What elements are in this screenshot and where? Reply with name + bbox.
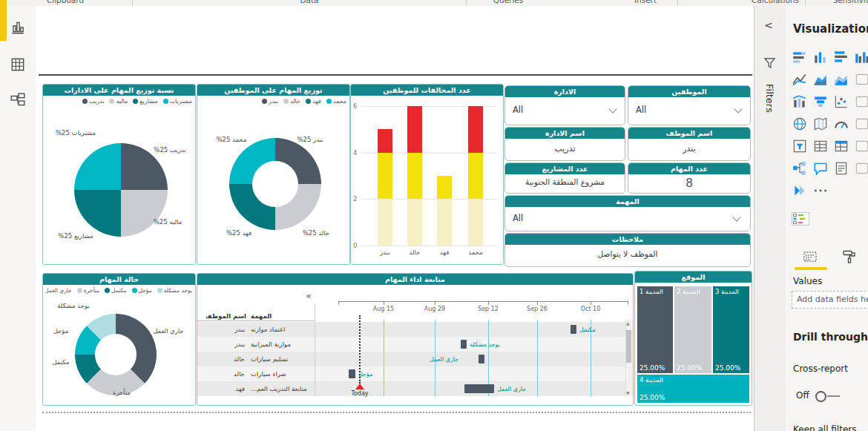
smart-narrative-icon[interactable] [833, 160, 849, 177]
treemap-location[interactable]: الموقع المدينة 125.00%المدينة 225.00%الم… [634, 271, 752, 406]
more-visuals-icon[interactable] [812, 182, 829, 199]
cross-report-toggle-track[interactable] [827, 395, 840, 397]
slicer-task[interactable]: المهمة All [504, 195, 751, 231]
filled-map-icon[interactable] [812, 116, 829, 132]
report-view-icon[interactable] [10, 19, 26, 36]
scroll-up-icon[interactable]: ▲ [626, 320, 630, 326]
fields-tab-icon[interactable] [802, 249, 820, 264]
card-value: الموظف لا يتواصل [505, 249, 750, 258]
selected-visual-gantt-icon[interactable] [792, 212, 809, 226]
chevron-down-icon[interactable] [608, 105, 617, 113]
gantt-task-bar[interactable] [479, 355, 484, 363]
bar-segment[interactable] [468, 106, 483, 153]
model-view-icon[interactable] [10, 92, 26, 108]
bar-segment[interactable] [468, 153, 483, 200]
area-chart-icon[interactable] [812, 71, 829, 88]
treemap-tile-label: المدينة 1 [640, 288, 671, 295]
gantt-status-label: يوجد مشكلة [470, 341, 500, 348]
legend-label: فهد [312, 98, 321, 105]
bar-segment[interactable] [378, 199, 392, 246]
slicer-icon[interactable] [792, 138, 808, 154]
collapse-icon[interactable]: « [306, 290, 312, 301]
add-data-fields-dropzone[interactable]: Add data fields here [792, 291, 868, 309]
slicer-employees[interactable]: الموظفين All [628, 85, 751, 125]
gantt-task-bar[interactable] [461, 340, 467, 349]
gantt-axis-tick-label: Aug 29 [418, 306, 451, 312]
bar-segment[interactable] [437, 199, 452, 246]
slicer-selected-value[interactable]: All [513, 105, 523, 115]
line-chart-icon[interactable] [792, 71, 808, 88]
gantt-task-bar[interactable] [349, 369, 355, 378]
bar-segment[interactable] [378, 153, 392, 200]
cross-report-toggle[interactable] [815, 391, 826, 402]
power-automate-icon[interactable] [792, 182, 808, 199]
treemap-tile[interactable]: المدينة 425.00% [637, 375, 749, 403]
legend-dot [132, 288, 137, 293]
card-icon[interactable] [854, 116, 868, 132]
kpi-icon[interactable] [854, 138, 868, 154]
bar-segment[interactable] [378, 129, 392, 152]
pie-chart-icon[interactable] [854, 93, 868, 110]
card-value: تدريب [505, 144, 625, 154]
gantt-task-bar[interactable] [464, 384, 494, 393]
stacked-column-chart-icon[interactable] [812, 49, 829, 65]
gauge-icon[interactable] [833, 116, 849, 132]
gantt-chart-tasks[interactable]: متابعة اداء المهام « اسم الموظفينالمهمةب… [197, 273, 634, 406]
ribbon-group-data: Data [300, 0, 318, 4]
chevron-down-icon[interactable] [732, 213, 740, 221]
clustered-bar-chart-icon[interactable] [833, 49, 849, 65]
combo-chart-icon[interactable] [792, 93, 808, 110]
chevron-down-icon[interactable] [734, 105, 742, 113]
decomposition-tree-icon[interactable] [792, 160, 808, 177]
card-tasks-count[interactable]: عدد المهام 8 [628, 162, 751, 194]
map-icon[interactable] [792, 116, 808, 132]
slicer-department[interactable]: الادارة All [504, 85, 625, 125]
treemap-tile[interactable]: المدينة 125.00% [637, 286, 673, 373]
stacked-bar-chart-icon[interactable] [792, 49, 808, 65]
gantt-column-header: المهمة [251, 312, 310, 320]
treemap-tile[interactable]: المدينة 325.00% [713, 286, 749, 373]
donut-data-label: متأخرة [102, 389, 141, 396]
pie-data-label: مشاريع 25% [47, 232, 104, 240]
gantt-axis-tick [537, 301, 538, 305]
expand-pane-chevron-icon[interactable]: < [764, 19, 773, 31]
bar-segment[interactable] [407, 106, 422, 153]
filters-pane-label[interactable]: Filters [764, 84, 775, 113]
clustered-column-chart-icon[interactable] [854, 49, 868, 65]
y-axis-tick-label: 4 [353, 149, 357, 157]
card-title: عدد المشاريع [505, 163, 625, 174]
pie-chart-departments[interactable]: نسبة توزيع المهام على الادارات مشترياتمش… [42, 84, 196, 265]
funnel-chart-icon[interactable] [812, 93, 829, 110]
bar-segment[interactable] [437, 176, 452, 199]
gantt-today-marker-icon [355, 384, 364, 389]
slicer-selected-value[interactable]: All [636, 105, 646, 115]
bar-segment[interactable] [468, 199, 483, 246]
gantt-task-bar[interactable] [571, 325, 576, 334]
donut-chart-employees[interactable]: توزيع المهام على الموظفين محمدفهدخالدبند… [197, 84, 350, 265]
donut-chart-task-status[interactable]: حالة المهام يوجد مشكلةمؤجلمكتملمتأخرةجار… [42, 273, 196, 406]
data-view-icon[interactable] [10, 56, 26, 73]
canvas-divider-line [39, 74, 752, 76]
matrix-icon[interactable] [833, 138, 849, 154]
format-tab-icon[interactable] [842, 249, 860, 264]
card-employee-name[interactable]: اسم الموظف بندر [628, 127, 751, 161]
legend-dot [77, 288, 82, 293]
qa-icon[interactable] [812, 160, 829, 177]
bar-segment[interactable] [407, 153, 422, 200]
slicer-selected-value[interactable]: All [513, 213, 523, 223]
bar-segment[interactable] [407, 199, 422, 246]
stacked-area-chart-icon[interactable] [833, 71, 849, 88]
card-notes[interactable]: ملاحظات الموظف لا يتواصل [504, 233, 751, 267]
ribbon-chart-icon[interactable] [854, 71, 868, 88]
bar-chart-violations[interactable]: عدد المخالفات للموظفين 0246بندرخالدفهدمح… [350, 84, 504, 265]
filter-funnel-icon[interactable] [763, 56, 777, 70]
metrics-icon[interactable] [854, 160, 868, 177]
scatter-chart-icon[interactable] [833, 93, 849, 110]
table-icon[interactable] [812, 138, 829, 154]
chart-legend: مشترياتمشاريعماليهتدريب [46, 98, 192, 105]
card-projects-count[interactable]: عدد المشاريع مشروع المنطقة الجنوبية [504, 162, 625, 194]
gantt-scrollbar-thumb[interactable] [626, 330, 631, 363]
scroll-down-icon[interactable]: ▼ [626, 390, 630, 395]
card-department-name[interactable]: اسم الادارة تدريب [504, 127, 625, 161]
treemap-tile[interactable]: المدينة 225.00% [674, 286, 711, 373]
